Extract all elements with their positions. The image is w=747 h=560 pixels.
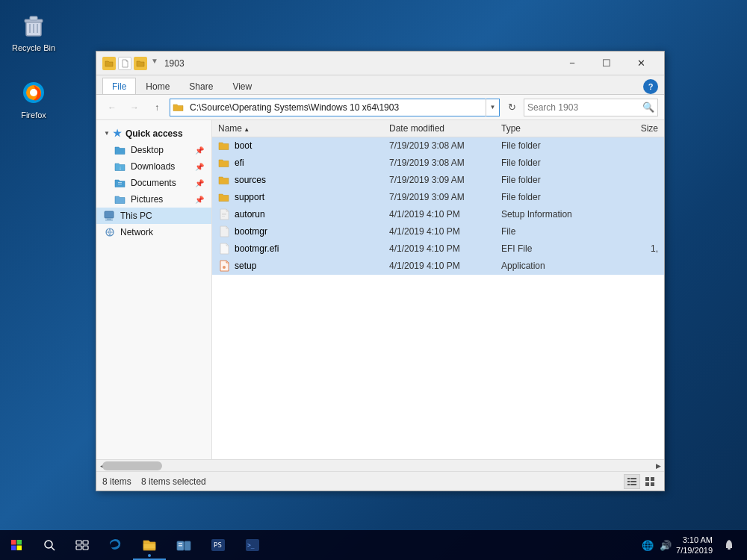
efi-modified: 7/19/2019 3:08 AM xyxy=(389,158,501,168)
svg-rect-33 xyxy=(11,546,16,551)
col-name-header[interactable]: Name xyxy=(218,123,389,134)
recycle-bin-image xyxy=(19,10,49,40)
svg-rect-32 xyxy=(17,540,22,545)
svg-rect-12 xyxy=(105,211,114,218)
sources-name: sources xyxy=(235,175,266,185)
taskbar-powershell[interactable]: PS xyxy=(202,530,235,560)
search-icon[interactable]: 🔍 xyxy=(642,102,654,113)
file-row-autorun[interactable]: autorun 4/1/2019 4:10 PM Setup Informati… xyxy=(212,206,664,223)
title-bar-icons: ▼ xyxy=(102,57,158,70)
bootmgr-efi-file-icon xyxy=(218,243,230,255)
recycle-bin-icon[interactable]: Recycle Bin xyxy=(7,7,60,55)
title-icon-folder xyxy=(102,57,116,70)
sources-folder-icon xyxy=(218,174,230,186)
file-list: Name Date modified Type Size boot 7/19/2… xyxy=(212,120,664,459)
file-list-header: Name Date modified Type Size xyxy=(212,120,664,137)
search-input[interactable] xyxy=(527,102,642,113)
refresh-button[interactable]: ↻ xyxy=(503,99,521,116)
sidebar-item-network[interactable]: Network xyxy=(96,224,211,240)
tab-home[interactable]: Home xyxy=(136,78,179,94)
quick-access-label: Quick access xyxy=(125,128,183,139)
horizontal-scrollbar[interactable]: ◀ ▶ xyxy=(96,459,664,471)
sidebar-item-this-pc[interactable]: This PC xyxy=(96,208,211,224)
large-icons-view-button[interactable] xyxy=(642,474,658,489)
search-box: 🔍 xyxy=(524,99,658,116)
svg-rect-40 xyxy=(83,546,88,550)
address-input-container[interactable]: C:\Source\Operating Systems\Windows 10 x… xyxy=(170,99,500,116)
maximize-button[interactable]: ☐ xyxy=(589,52,624,75)
col-size-header[interactable]: Size xyxy=(613,123,658,134)
status-bar: 8 items 8 items selected xyxy=(96,471,664,491)
support-folder-icon xyxy=(218,191,230,203)
firefox-icon[interactable]: Firefox xyxy=(7,75,60,122)
desktop-pin-icon: 📌 xyxy=(195,146,204,155)
tab-share[interactable]: Share xyxy=(179,78,223,94)
recycle-bin-label: Recycle Bin xyxy=(12,43,55,52)
documents-label: Documents xyxy=(131,178,176,188)
start-button[interactable] xyxy=(0,530,33,560)
taskbar: PS >_ 🌐 🔊 3:10 AM 7/19/2019 xyxy=(0,530,747,560)
quick-access-header[interactable]: ▼ ★ Quick access xyxy=(96,125,211,142)
taskbar-apps: PS >_ xyxy=(99,530,269,560)
scroll-thumb[interactable] xyxy=(102,461,162,470)
file-row-bootmgr[interactable]: bootmgr 4/1/2019 4:10 PM File xyxy=(212,223,664,240)
setup-name: setup xyxy=(235,261,256,271)
taskbar-sys-icons: 🌐 🔊 xyxy=(642,540,672,551)
sidebar-item-pictures[interactable]: Pictures 📌 xyxy=(96,191,211,208)
svg-rect-28 xyxy=(651,477,654,481)
svg-rect-44 xyxy=(185,541,190,550)
taskbar-terminal[interactable]: >_ xyxy=(236,530,269,560)
window-controls: − ☐ ✕ xyxy=(555,52,658,75)
svg-rect-31 xyxy=(11,540,16,545)
svg-rect-18 xyxy=(222,214,226,215)
file-row-efi[interactable]: efi 7/19/2019 3:08 AM File folder xyxy=(212,155,664,172)
network-icon xyxy=(104,226,116,238)
address-dropdown-btn[interactable]: ▼ xyxy=(486,99,499,116)
firefox-label: Firefox xyxy=(21,111,46,119)
support-type: File folder xyxy=(501,192,613,202)
svg-rect-22 xyxy=(630,478,636,479)
firefox-image xyxy=(19,78,49,108)
svg-rect-30 xyxy=(651,482,654,486)
address-text: C:\Source\Operating Systems\Windows 10 x… xyxy=(187,102,486,113)
svg-rect-13 xyxy=(107,218,111,220)
volume-icon[interactable]: 🔊 xyxy=(660,540,672,551)
taskbar-edge[interactable] xyxy=(99,530,131,560)
details-view-button[interactable] xyxy=(624,474,640,489)
col-type-header[interactable]: Type xyxy=(501,123,613,134)
col-modified-header[interactable]: Date modified xyxy=(389,123,501,134)
bootmgr-name: bootmgr xyxy=(235,226,267,237)
svg-rect-34 xyxy=(17,546,22,551)
file-row-sources[interactable]: sources 7/19/2019 3:09 AM File folder xyxy=(212,172,664,189)
file-row-bootmgr-efi[interactable]: bootmgr.efi 4/1/2019 4:10 PM EFI File 1, xyxy=(212,240,664,258)
efi-type: File folder xyxy=(501,158,613,168)
ribbon-help-btn[interactable]: ? xyxy=(643,79,658,94)
file-row-setup[interactable]: setup 4/1/2019 4:10 PM Application xyxy=(212,258,664,275)
close-button[interactable]: ✕ xyxy=(624,52,658,75)
notification-button[interactable] xyxy=(717,530,741,560)
back-button[interactable]: ← xyxy=(102,99,122,116)
sidebar-item-downloads[interactable]: ↓ Downloads 📌 xyxy=(96,158,211,175)
main-content: ▼ ★ Quick access Desktop 📌 ↓ Downloads 📌 xyxy=(96,120,664,459)
tab-file[interactable]: File xyxy=(102,78,136,94)
taskbar-explorer2[interactable] xyxy=(167,530,200,560)
taskbar-file-explorer[interactable] xyxy=(133,530,166,560)
bootmgr-efi-size: 1, xyxy=(613,243,658,254)
file-row-boot[interactable]: boot 7/19/2019 3:08 AM File folder xyxy=(212,137,664,155)
bootmgr-type: File xyxy=(501,226,613,237)
sidebar-item-documents[interactable]: Documents 📌 xyxy=(96,175,211,191)
taskbar-clock[interactable]: 3:10 AM 7/19/2019 xyxy=(676,535,713,556)
tab-view[interactable]: View xyxy=(223,78,261,94)
forward-button[interactable]: → xyxy=(125,99,144,116)
file-row-support[interactable]: support 7/19/2019 3:09 AM File folder xyxy=(212,189,664,206)
minimize-button[interactable]: − xyxy=(555,52,589,75)
bootmgr-modified: 4/1/2019 4:10 PM xyxy=(389,226,501,237)
svg-rect-43 xyxy=(179,545,182,547)
scroll-right-button[interactable]: ▶ xyxy=(652,460,664,472)
taskbar-search-button[interactable] xyxy=(33,530,66,560)
task-view-button[interactable] xyxy=(66,530,99,560)
network-sys-icon[interactable]: 🌐 xyxy=(642,540,654,551)
setup-file-icon xyxy=(218,260,230,272)
sidebar-item-desktop[interactable]: Desktop 📌 xyxy=(96,142,211,158)
up-button[interactable]: ↑ xyxy=(147,99,167,116)
